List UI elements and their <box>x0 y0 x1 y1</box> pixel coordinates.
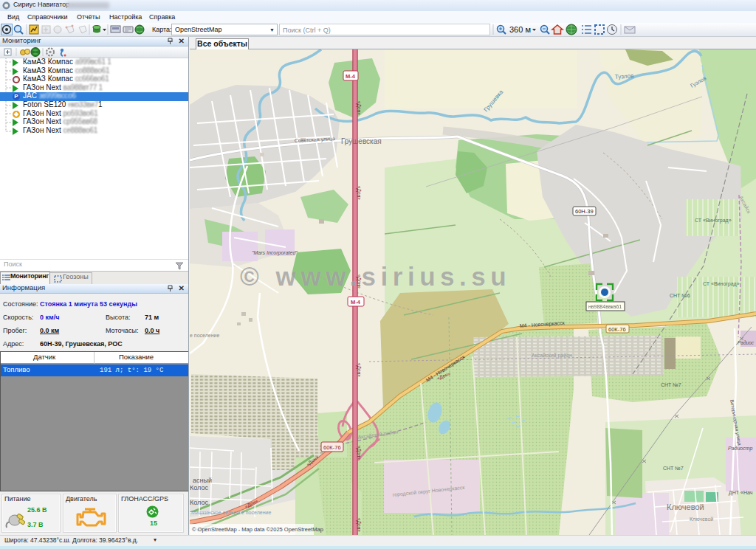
svg-text:нв9884ввкв61: нв9884ввкв61 <box>588 304 622 309</box>
svg-text:60К-76: 60К-76 <box>608 326 626 333</box>
svg-text:СНТ №7: СНТ №7 <box>663 466 684 471</box>
svg-text:е поселение: е поселение <box>190 333 219 338</box>
svg-text:СТ «Виноград»: СТ «Виноград» <box>703 281 740 287</box>
svg-text:асный: асный <box>193 477 212 484</box>
svg-text:Грушевская: Грушевская <box>341 137 382 145</box>
svg-text:СНТ №7: СНТ №7 <box>661 382 681 387</box>
svg-text:М-4: М-4 <box>351 299 361 305</box>
svg-text:Мишкинское сельское поселение: Мишкинское сельское поселение <box>191 510 271 515</box>
svg-text:«Дон»: «Дон» <box>356 101 362 115</box>
svg-text:М-4: М-4 <box>346 73 356 80</box>
svg-text:© OpenStreetMap - Map data ©20: © OpenStreetMap - Map data ©2025 OpenStr… <box>192 526 323 533</box>
svg-text:Ключевой: Ключевой <box>690 517 713 522</box>
svg-text:Ключевой: Ключевой <box>667 503 704 511</box>
svg-text:Аксайский район: Аксайский район <box>532 353 572 359</box>
svg-text:Радиос: Радиос <box>738 340 755 345</box>
svg-text:«Дон»: «Дон» <box>356 363 362 377</box>
svg-text:СТ «Виноград»: СТ «Виноград» <box>695 218 732 224</box>
svg-text:СНТ №6: СНТ №6 <box>670 293 690 298</box>
svg-text:ДНТ «Нач: ДНТ «Нач <box>729 490 753 496</box>
svg-text:60Н-39: 60Н-39 <box>575 208 594 215</box>
svg-text:«Дон»: «Дон» <box>356 186 362 200</box>
svg-text:«Дон»: «Дон» <box>356 446 362 460</box>
svg-text:Радиостр: Радиостр <box>728 446 752 452</box>
svg-text:«Дон»: «Дон» <box>356 518 362 532</box>
svg-text:"Mars Incorporated": "Mars Incorporated" <box>252 250 298 256</box>
svg-text:Тузлов: Тузлов <box>615 72 634 80</box>
svg-text:360 м: 360 м <box>509 25 531 34</box>
svg-text:Колос: Колос <box>190 484 208 491</box>
svg-text:60К-76: 60К-76 <box>323 444 341 451</box>
svg-text:Колос: Колос <box>190 499 208 506</box>
